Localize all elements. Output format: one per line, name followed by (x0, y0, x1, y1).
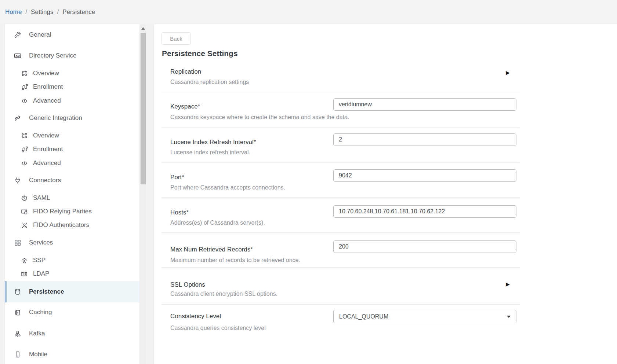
hosts-input[interactable] (333, 205, 516, 218)
sidebar-item-persistence[interactable]: Persistence (5, 281, 139, 302)
sidebar-item-ds-enrollment[interactable]: Enrollment (5, 80, 139, 94)
network-nodes-icon (21, 132, 28, 139)
port-help: Port where Cassandra accepts connections… (170, 184, 285, 192)
consistency-level-select[interactable]: LOCAL_QUORUM (333, 310, 516, 323)
sidebar-item-label: SAML (33, 194, 50, 202)
max-num-retrieved-records-input[interactable] (333, 240, 516, 253)
sidebar-item-kafka[interactable]: Kafka (5, 327, 139, 341)
persistence-settings-panel: Back Persistence Settings Replication Ca… (154, 24, 617, 364)
sidebar-item-label: Enrollment (33, 83, 63, 91)
sidebar-item-label: LDAP (33, 270, 49, 277)
breadcrumb-home-link[interactable]: Home (5, 8, 22, 16)
hosts-label: Hosts* (170, 208, 189, 217)
divider (161, 197, 519, 198)
sidebar-item-label: Persistence (29, 288, 64, 295)
sidebar-item-label: Mobile (29, 351, 47, 358)
sidebar-item-connectors[interactable]: Connectors (5, 173, 139, 187)
database-icon (14, 288, 21, 295)
hosts-help: Address(es) of Cassandra server(s). (170, 219, 265, 227)
wrench-icon (14, 31, 21, 38)
breadcrumb-persistence: Persistence (62, 8, 95, 16)
sidebar-item-gi-advanced[interactable]: Advanced (5, 156, 139, 170)
breadcrumb-separator: / (25, 8, 27, 16)
sidebar-item-label: FIDO Relying Parties (33, 208, 92, 215)
id-card-icon (21, 270, 28, 277)
page-title: Persistence Settings (162, 48, 238, 59)
back-button[interactable]: Back (161, 32, 191, 45)
sidebar-item-label: Advanced (33, 97, 61, 104)
sidebar-item-services[interactable]: Services (5, 236, 139, 250)
ssl-options-expand-icon[interactable]: ▶ (506, 281, 510, 287)
sidebar-item-ldap[interactable]: LDAP (5, 267, 139, 281)
sidebar-item-fido-relying-parties[interactable]: FIDO Relying Parties (5, 205, 139, 218)
network-nodes-icon (21, 70, 28, 77)
max-num-retrieved-records-label: Max Num Retrieved Records* (170, 245, 253, 254)
route-icon (21, 146, 28, 153)
plug-angled-icon (14, 114, 21, 122)
sidebar-item-ssp[interactable]: SSP (5, 253, 139, 267)
sidebar-item-label: FIDO Authenticators (33, 221, 89, 229)
breadcrumb: Home / Settings / Persistence (0, 0, 617, 24)
sidebar-item-label: Enrollment (33, 146, 63, 153)
sidebar-item-label: Overview (33, 132, 59, 139)
code-icon (21, 159, 28, 167)
route-icon (21, 83, 28, 91)
code-icon (21, 97, 28, 104)
sidebar-item-saml[interactable]: SAML (5, 191, 139, 205)
keyspace-input[interactable] (333, 98, 516, 111)
home-person-icon (21, 257, 28, 264)
scrollbar-thumb[interactable] (141, 33, 146, 184)
settings-sidebar: General AD Directory Service Overview En… (5, 24, 139, 364)
replication-help: Cassandra replication settings (170, 78, 249, 86)
sidebar-item-general[interactable]: General (5, 28, 139, 42)
port-label: Port* (170, 173, 184, 182)
sidebar-item-label: SSP (33, 257, 46, 264)
sidebar-item-mobile[interactable]: Mobile (5, 348, 139, 361)
consistency-level-label: Consistency Level (170, 312, 221, 321)
sidebar-item-label: Connectors (29, 177, 61, 184)
keyspace-label: Keyspace* (170, 102, 200, 111)
replication-label: Replication (170, 67, 201, 76)
consistency-level-value: LOCAL_QUORUM (339, 313, 388, 320)
phone-icon (14, 351, 21, 358)
divider (161, 93, 519, 93)
sidebar-item-ds-advanced[interactable]: Advanced (5, 94, 139, 108)
sidebar-item-ds-overview[interactable]: Overview (5, 66, 139, 80)
scrollbar-up-arrow-icon[interactable] (141, 27, 145, 30)
port-input[interactable] (333, 169, 516, 182)
sidebar-item-label: Advanced (33, 159, 61, 167)
sidebar-scrollbar[interactable] (141, 24, 146, 364)
ssl-options-label: SSL Options (170, 280, 205, 289)
sidebar-item-label: Directory Service (29, 52, 76, 59)
lucene-index-refresh-interval-input[interactable] (333, 133, 516, 146)
sidebar-item-fido-authenticators[interactable]: FIDO Authenticators (5, 218, 139, 232)
consistency-level-help: Cassandra queries consistency level (170, 324, 266, 332)
svg-text:AD: AD (15, 54, 20, 58)
sidebar-item-label: General (29, 31, 51, 38)
sidebar-item-label: Services (29, 239, 53, 246)
sidebar-item-label: Caching (29, 309, 52, 316)
sidebar-item-label: Kafka (29, 330, 45, 337)
sidebar-item-label: Generic Integration (29, 114, 82, 122)
lucene-index-refresh-interval-label: Lucene Index Refresh Interval* (170, 138, 256, 147)
cache-box-icon (14, 309, 21, 316)
ad-badge-icon: AD (14, 52, 21, 59)
sidebar-item-gi-overview[interactable]: Overview (5, 129, 139, 143)
sidebar-item-gi-enrollment[interactable]: Enrollment (5, 142, 139, 156)
divider (161, 232, 519, 233)
sidebar-item-generic-integration[interactable]: Generic Integration (5, 111, 139, 125)
keyspace-help: Cassandra keyspace where to create the s… (170, 113, 349, 121)
screen-lock-icon (21, 208, 28, 215)
sidebar-item-label: Overview (33, 70, 59, 77)
lucene-index-refresh-interval-help: Lucense index refresh interval. (170, 148, 250, 157)
chevron-down-icon (507, 316, 511, 318)
sidebar-item-caching[interactable]: Caching (5, 305, 139, 319)
divider (161, 162, 519, 163)
ssl-options-help: Cassandra client encryption SSL options. (170, 290, 277, 298)
sidebar-item-directory-service[interactable]: AD Directory Service (5, 49, 139, 63)
divider (161, 127, 519, 128)
grid-icon (14, 239, 21, 246)
breadcrumb-settings: Settings (31, 8, 53, 16)
replication-expand-icon[interactable]: ▶ (506, 70, 510, 76)
person-brackets-icon (21, 221, 28, 229)
